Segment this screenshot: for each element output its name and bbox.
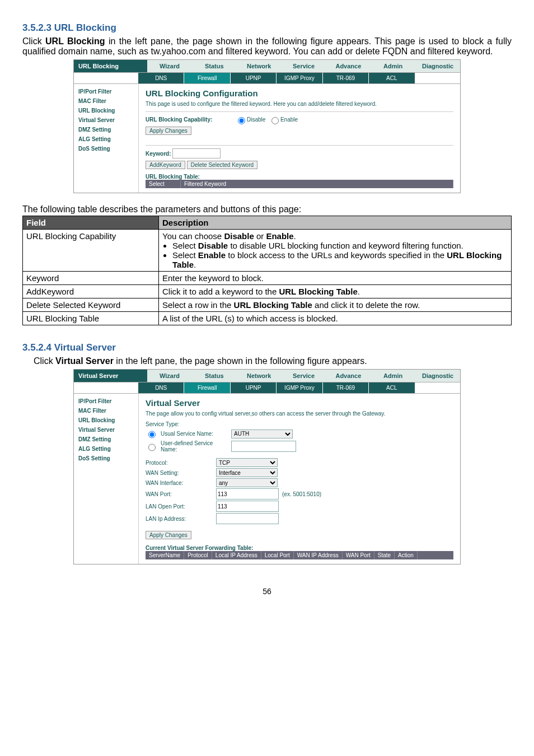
param-table: Field Description URL Blocking Capabilit…: [22, 216, 512, 325]
tab-advance[interactable]: Advance: [326, 370, 371, 382]
keyword-label: Keyword:: [146, 151, 171, 157]
user-defined-input[interactable]: [231, 441, 296, 452]
tab-advance[interactable]: Advance: [326, 60, 371, 72]
tab-wizard[interactable]: Wizard: [147, 370, 192, 382]
subtab-acl[interactable]: ACL: [369, 73, 414, 83]
radio-disable[interactable]: [238, 117, 245, 124]
table-row: URL Blocking Capability You can choose D…: [23, 230, 512, 272]
subtab-firewall[interactable]: Firewall: [184, 73, 230, 83]
pane-title: URL Blocking Configuration: [146, 88, 453, 98]
tab-admin[interactable]: Admin: [371, 370, 415, 382]
sidebar-item-alg[interactable]: ALG Setting: [74, 134, 138, 144]
tab-network[interactable]: Network: [237, 370, 282, 382]
wan-setting-label: WAN Setting:: [146, 470, 213, 476]
sidebar-item-urlblocking[interactable]: URL Blocking: [74, 106, 138, 115]
keyword-input[interactable]: [172, 148, 221, 158]
section-heading-virtual-server: 3.5.2.4 Virtual Server: [22, 342, 512, 353]
wan-interface-select[interactable]: any: [216, 478, 278, 487]
subtab-upnp[interactable]: UPNP: [231, 73, 277, 83]
lan-open-port-label: LAN Open Port:: [146, 503, 213, 510]
radio-enable-label: Enable: [280, 116, 298, 123]
subtab-tr069[interactable]: TR-069: [323, 382, 369, 393]
cell-desc: Select a row in the URL Blocking Table a…: [159, 298, 512, 312]
subtab-igmp[interactable]: IGMP Proxy: [277, 382, 322, 393]
sidebar-item-virtualserver[interactable]: Virtual Server: [74, 115, 138, 125]
table-row: Delete Selected Keyword Select a row in …: [23, 298, 512, 312]
cell-field: URL Blocking Table: [23, 312, 159, 325]
apply-changes-button[interactable]: Apply Changes: [146, 127, 191, 135]
subtab-upnp[interactable]: UPNP: [231, 382, 277, 393]
sidebar-item-ipport[interactable]: IP/Port Filter: [74, 87, 138, 96]
sidebar-item-dos[interactable]: DoS Setting: [74, 144, 138, 153]
sub-tab-row-vs: DNS Firewall UPNP IGMP Proxy TR-069 ACL: [74, 382, 460, 394]
section-heading-url-blocking: 3.5.2.3 URL Blocking: [22, 22, 512, 34]
main-pane: URL Blocking Configuration This page is …: [139, 84, 460, 193]
wan-port-note: (ex. 5001:5010): [282, 491, 321, 497]
user-defined-label: User-defined Service Name:: [161, 440, 228, 452]
section-para-url-blocking: Click URL Blocking in the left pane, the…: [22, 36, 512, 57]
radio-user-defined[interactable]: [148, 443, 156, 452]
cell-desc: Enter the keyword to block.: [159, 272, 512, 285]
lan-open-port-input[interactable]: [216, 501, 279, 512]
radio-enable[interactable]: [271, 117, 279, 124]
pane-desc-vs: The page allow you to config virtual ser…: [146, 410, 453, 417]
tab-diagnostic[interactable]: Diagnostic: [415, 370, 460, 382]
screenshot-url-blocking: URL Blocking Wizard Status Network Servi…: [73, 59, 461, 193]
table-row: URL Blocking Table A list of the URL (s)…: [23, 312, 512, 325]
cell-desc: You can choose Disable or Enable. Select…: [159, 230, 512, 272]
lan-ip-input[interactable]: [216, 513, 279, 524]
tab-service[interactable]: Service: [282, 60, 326, 72]
top-tab-row-vs: Virtual Server Wizard Status Network Ser…: [74, 370, 460, 382]
sidebar-item-macfilter[interactable]: MAC Filter: [74, 406, 138, 416]
tab-status[interactable]: Status: [192, 60, 237, 72]
tab-status[interactable]: Status: [192, 370, 237, 382]
subtab-firewall[interactable]: Firewall: [184, 382, 230, 393]
col-wan-ip: WAN IP Address: [294, 551, 343, 559]
sidebar-item-virtualserver[interactable]: Virtual Server: [74, 425, 138, 435]
sidebar-item-dmz[interactable]: DMZ Setting: [74, 125, 138, 134]
sidebar-item-urlblocking[interactable]: URL Blocking: [74, 416, 138, 425]
delete-keyword-button[interactable]: Delete Selected Keyword: [187, 161, 257, 169]
table-row: Keyword Enter the keyword to block.: [23, 272, 512, 285]
wan-setting-select[interactable]: Interface: [216, 468, 278, 477]
tab-diagnostic[interactable]: Diagnostic: [415, 60, 460, 72]
subtab-tr069[interactable]: TR-069: [323, 73, 369, 83]
tab-admin[interactable]: Admin: [371, 60, 415, 72]
sidebar-item-dos[interactable]: DoS Setting: [74, 454, 138, 463]
subtab-igmp[interactable]: IGMP Proxy: [277, 73, 322, 83]
col-wan-port: WAN Port: [343, 551, 374, 559]
service-type-label: Service Type:: [146, 421, 453, 427]
col-filtered-keyword: Filtered Keyword: [181, 180, 453, 188]
sidebar-item-alg[interactable]: ALG Setting: [74, 444, 138, 454]
sidebar-item-macfilter[interactable]: MAC Filter: [74, 96, 138, 106]
col-local-ip: Local IP Address: [212, 551, 261, 559]
sidebar-item-ipport[interactable]: IP/Port Filter: [74, 396, 138, 406]
usual-service-label: Usual Service Name:: [161, 431, 228, 437]
main-pane-vs: Virtual Server The page allow you to con…: [139, 394, 460, 564]
addkeyword-button[interactable]: AddKeyword: [146, 161, 185, 169]
apply-changes-button-vs[interactable]: Apply Changes: [146, 531, 191, 539]
wan-port-input[interactable]: [216, 488, 279, 500]
cell-field: Delete Selected Keyword: [23, 298, 159, 312]
tab-network[interactable]: Network: [237, 60, 282, 72]
col-local-port: Local Port: [261, 551, 294, 559]
pane-header-vs: Virtual Server: [74, 370, 147, 382]
subtab-dns[interactable]: DNS: [138, 73, 184, 83]
tab-wizard[interactable]: Wizard: [147, 60, 192, 72]
subtab-dns[interactable]: DNS: [138, 382, 184, 393]
tab-service[interactable]: Service: [282, 370, 326, 382]
protocol-select[interactable]: TCP: [216, 458, 278, 467]
url-blocking-table-header: Select Filtered Keyword: [146, 180, 453, 188]
side-nav-vs: IP/Port Filter MAC Filter URL Blocking V…: [74, 394, 139, 564]
pane-title-vs: Virtual Server: [146, 398, 453, 408]
cell-desc: A list of the URL (s) to which access is…: [159, 312, 512, 325]
subtab-acl[interactable]: ACL: [369, 382, 414, 393]
cell-field: URL Blocking Capability: [23, 230, 159, 272]
sidebar-item-dmz[interactable]: DMZ Setting: [74, 435, 138, 444]
screenshot-virtual-server: Virtual Server Wizard Status Network Ser…: [73, 369, 461, 564]
lan-ip-label: LAN Ip Address:: [146, 516, 213, 522]
page-number: 56: [22, 587, 512, 596]
radio-usual-service[interactable]: [148, 430, 156, 439]
protocol-label: Protocol:: [146, 460, 213, 466]
usual-service-select[interactable]: AUTH: [231, 430, 293, 438]
